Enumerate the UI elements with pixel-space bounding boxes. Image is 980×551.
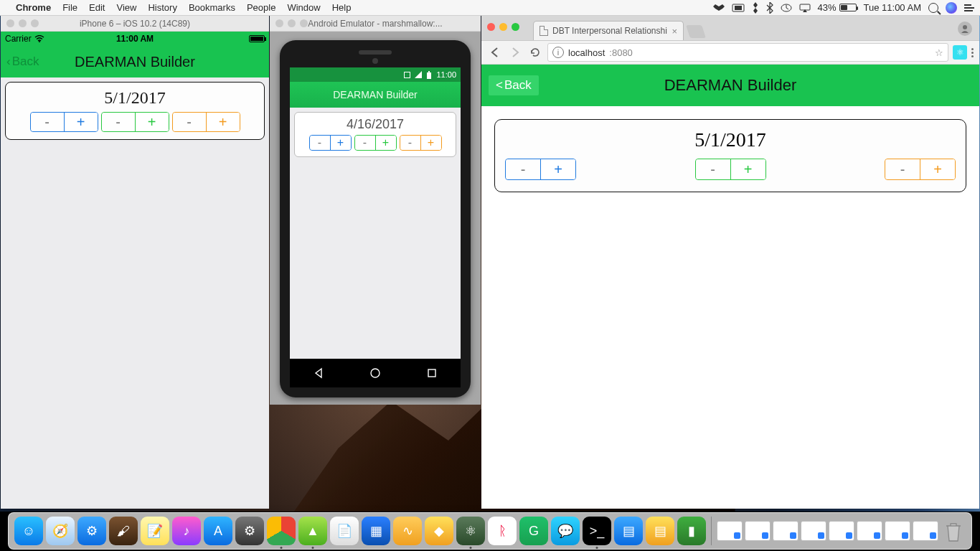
menu-edit[interactable]: Edit <box>89 2 105 13</box>
and-green-plus[interactable]: + <box>376 136 396 150</box>
dock-xcode3[interactable]: ▤ <box>614 517 643 545</box>
dock-mini-window[interactable] <box>829 521 854 541</box>
chrome-address-bar[interactable]: i localhost:8080 ☆ <box>547 43 948 62</box>
and-orange-plus[interactable]: + <box>421 136 441 150</box>
dock-settings[interactable]: ⚙ <box>235 517 264 545</box>
and-blue-minus[interactable]: - <box>310 136 330 150</box>
menu-people[interactable]: People <box>247 2 275 13</box>
dock-grammarly[interactable]: G <box>519 517 548 545</box>
ios-traffic-lights[interactable] <box>6 19 39 27</box>
dock-mini-window[interactable] <box>885 521 910 541</box>
android-back-key[interactable] <box>313 367 324 379</box>
menu-app[interactable]: Chrome <box>16 2 51 13</box>
ios-orange-minus[interactable]: - <box>173 113 206 131</box>
dropbox-icon[interactable] <box>713 3 725 13</box>
dock-mini-window[interactable] <box>857 521 882 541</box>
timemachine-icon[interactable] <box>781 3 792 13</box>
mac-menubar: Chrome File Edit View History Bookmarks … <box>0 0 980 16</box>
bookmark-star-icon[interactable]: ☆ <box>935 47 943 58</box>
and-orange-minus[interactable]: - <box>400 136 420 150</box>
battery-status[interactable]: 43% <box>818 2 857 13</box>
chrome-tab[interactable]: DBT Interpersonal Relationshi × <box>533 21 684 40</box>
dock-chrome[interactable] <box>267 517 296 545</box>
bluetooth-icon[interactable] <box>766 2 773 14</box>
menu-extra-icon[interactable] <box>752 2 759 14</box>
menu-file[interactable]: File <box>62 2 77 13</box>
dock-appstore[interactable]: A <box>204 517 232 545</box>
android-titlebar[interactable]: Android Emulator - marshmallow:... <box>270 16 481 32</box>
web-green-plus[interactable]: + <box>731 159 765 179</box>
menu-bookmarks[interactable]: Bookmarks <box>189 2 235 13</box>
ios-sim-titlebar[interactable]: iPhone 6 – iOS 10.2 (14C89) <box>1 16 269 32</box>
chrome-traffic-lights[interactable] <box>487 23 519 31</box>
chrome-forward-button[interactable] <box>507 44 523 60</box>
chrome-menu-icon[interactable] <box>971 48 974 57</box>
android-status-time: 11:00 <box>436 70 456 79</box>
dock-mini-window[interactable] <box>773 521 798 541</box>
ios-blue-minus[interactable]: - <box>31 113 64 131</box>
tab-close-icon[interactable]: × <box>672 26 677 37</box>
react-devtools-extension-icon[interactable]: ⚛ <box>953 45 967 60</box>
android-recent-key[interactable] <box>426 367 438 379</box>
dock-gitkraken[interactable]: ᚱ <box>488 517 517 545</box>
display-icon[interactable] <box>732 4 745 12</box>
android-traffic-lights[interactable] <box>275 19 308 27</box>
dock-finder[interactable]: ☺ <box>14 517 43 545</box>
dock-keynote[interactable]: ▦ <box>362 517 390 545</box>
dock-messages[interactable]: 💬 <box>551 517 580 545</box>
android-home-key[interactable] <box>369 367 381 379</box>
dock-books[interactable]: ▮ <box>677 517 706 545</box>
ios-orange-plus[interactable]: + <box>207 113 240 131</box>
ios-green-plus[interactable]: + <box>136 113 169 131</box>
web-back-button[interactable]: < Back <box>489 75 539 95</box>
clock[interactable]: Tue 11:00 AM <box>864 2 921 13</box>
dock-xcode2[interactable]: 🖌 <box>109 517 138 545</box>
new-tab-button[interactable] <box>686 25 706 38</box>
svg-rect-3 <box>800 4 810 10</box>
menu-window[interactable]: Window <box>287 2 320 13</box>
web-orange-plus[interactable]: + <box>920 159 955 179</box>
spotlight-icon[interactable] <box>928 3 938 13</box>
siri-icon[interactable] <box>946 2 957 14</box>
dock-terminal[interactable]: >_ <box>583 517 611 545</box>
web-blue-plus[interactable]: + <box>541 159 575 179</box>
airplay-icon[interactable] <box>799 4 811 12</box>
menu-help[interactable]: Help <box>332 2 352 13</box>
dock-pages[interactable]: 📄 <box>330 517 359 545</box>
dock-trash[interactable] <box>941 517 966 545</box>
notification-center-icon[interactable] <box>964 4 974 11</box>
dock-notes[interactable]: 📝 <box>141 517 169 545</box>
dock-atom[interactable]: ⚛ <box>456 517 485 545</box>
web-orange-minus[interactable]: - <box>885 159 920 179</box>
dock-mini-window[interactable] <box>717 521 743 541</box>
web-stepper-orange: - + <box>885 159 956 180</box>
chrome-back-button[interactable] <box>487 44 503 60</box>
dock-audacity[interactable]: ∿ <box>393 517 422 545</box>
menu-view[interactable]: View <box>116 2 136 13</box>
dock-safari[interactable]: 🧭 <box>46 517 75 545</box>
dock: ☺🧭⚙🖌📝♪A⚙▲📄▦∿◆⚛ᚱG💬>_▤▤▮ <box>0 512 980 550</box>
site-info-icon[interactable]: i <box>552 47 564 58</box>
dock-androidstudio[interactable]: ▲ <box>298 517 327 545</box>
dock-mini-window[interactable] <box>801 521 826 541</box>
ios-blue-plus[interactable]: + <box>65 113 98 131</box>
android-stepper-orange: - + <box>400 135 442 151</box>
and-green-minus[interactable]: - <box>355 136 375 150</box>
ios-green-minus[interactable]: - <box>102 113 135 131</box>
and-blue-plus[interactable]: + <box>331 136 351 150</box>
chrome-tab-title: DBT Interpersonal Relationshi <box>552 26 667 36</box>
dock-mini-window[interactable] <box>913 521 938 541</box>
dock-numbers[interactable]: ▤ <box>646 517 674 545</box>
dock-itunes[interactable]: ♪ <box>172 517 201 545</box>
web-blue-minus[interactable]: - <box>506 159 540 179</box>
dock-xcode[interactable]: ⚙ <box>77 517 106 545</box>
web-green-minus[interactable]: - <box>696 159 730 179</box>
phone-camera <box>372 58 378 64</box>
chrome-reload-button[interactable] <box>527 44 543 60</box>
dock-sketch[interactable]: ◆ <box>425 517 453 545</box>
chrome-profile-button[interactable] <box>958 22 972 36</box>
dock-mini-window[interactable] <box>745 521 771 541</box>
menu-history[interactable]: History <box>148 2 176 13</box>
ios-back-button[interactable]: ‹ Back <box>1 55 44 69</box>
android-signal-icon <box>415 71 422 78</box>
